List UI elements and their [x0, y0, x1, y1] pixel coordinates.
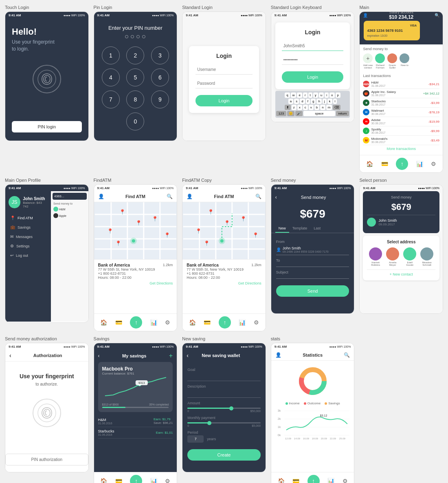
trans-adobe[interactable]: Ai Adobe30.08.2017 -$19,99 [363, 117, 439, 126]
pin-login-button[interactable]: PIN login [12, 121, 82, 132]
key-d[interactable]: d [300, 99, 305, 104]
desc-input[interactable] [187, 390, 261, 398]
password-kb-input[interactable] [282, 55, 344, 65]
menu-find-atm[interactable]: 📍 Find ATM [9, 213, 48, 223]
nav-chart-atm-c[interactable]: 📊 [239, 316, 246, 329]
login-kb-button[interactable]: Login [282, 71, 344, 83]
key-w[interactable]: w [291, 93, 296, 98]
key-i[interactable]: i [325, 93, 329, 98]
key-shift[interactable]: ⬆ [285, 105, 291, 110]
pin-btn-7[interactable]: 7 [102, 90, 120, 108]
nav-card-stats[interactable]: 💳 [292, 475, 299, 483]
nav-home[interactable]: 🏠 [366, 158, 373, 170]
nav-settings-atm[interactable]: ⚙ [165, 316, 170, 329]
nav-home-sav[interactable]: 🏠 [100, 475, 107, 483]
pin-btn-1[interactable]: 1 [102, 46, 120, 64]
nav-send-atm-c[interactable]: ↑ [219, 316, 231, 329]
key-n[interactable]: n [320, 105, 325, 110]
send-button[interactable]: Send [276, 285, 349, 297]
person-edell[interactable]: EdellGoulet [403, 247, 416, 266]
key-m[interactable]: m [326, 105, 332, 110]
trans-spotify[interactable]: ♪ Spotify30.08.2017 -$9,99 [363, 126, 439, 136]
key-123[interactable]: 123 [276, 111, 286, 116]
key-mic[interactable]: 🎤 [295, 111, 303, 116]
key-j[interactable]: j [323, 99, 327, 104]
period-input[interactable] [187, 435, 204, 443]
profile-icon[interactable]: 👤 [363, 13, 368, 18]
nav-chart-stats[interactable]: 📊 [327, 475, 334, 483]
trans-apple[interactable]: 🍎 Apple Inc. Salary31.08.2017 +$4 342,12 [363, 89, 439, 98]
pin-btn-5[interactable]: 5 [126, 68, 144, 86]
trans-mcdonalds[interactable]: M Mcdonald's30.08.2017 -$3,49 [363, 136, 439, 145]
pin-btn-4[interactable]: 4 [102, 68, 120, 86]
findatm-copy-search-icon[interactable]: 🔍 [255, 194, 261, 199]
new-contact-button[interactable]: + New contact [367, 269, 435, 276]
goal-input[interactable] [187, 373, 261, 381]
fingerprint-icon[interactable] [33, 65, 61, 93]
savings-add-button[interactable]: + [169, 352, 173, 359]
nav-settings-sav[interactable]: ⚙ [165, 475, 170, 483]
nav-send-atm[interactable]: ↑ [130, 316, 142, 329]
key-x[interactable]: x [297, 105, 302, 110]
key-r[interactable]: r [303, 93, 307, 98]
key-h[interactable]: h [316, 99, 321, 104]
key-emoji[interactable]: 😊 [287, 111, 294, 116]
key-a[interactable]: a [288, 99, 293, 104]
menu-messages[interactable]: ✉ Messages [9, 232, 48, 241]
get-directions-copy-link[interactable]: Get Directions [187, 281, 261, 285]
send-tab-last[interactable]: Last [310, 225, 324, 233]
auth-fingerprint-icon[interactable] [33, 399, 61, 427]
auth-pin-button[interactable]: PIN authorization [5, 454, 88, 465]
key-del[interactable]: ⌫ [333, 105, 340, 110]
findatm-search-icon[interactable]: 🔍 [167, 194, 173, 199]
stats-search-icon[interactable]: 🔍 [344, 352, 350, 358]
monthly-slider-thumb[interactable] [207, 421, 211, 425]
key-space[interactable]: space [303, 111, 335, 116]
nav-card[interactable]: 💳 [381, 158, 388, 170]
get-directions-link[interactable]: Get Directions [98, 281, 173, 285]
username-input[interactable] [195, 65, 253, 75]
savings-item-starbucks[interactable]: Starbucks 31.06.2016 Earn: $1,01 [98, 427, 173, 439]
nav-card-atm[interactable]: 💳 [115, 316, 122, 329]
key-g[interactable]: g [311, 99, 316, 104]
username-kb-input[interactable] [282, 41, 344, 51]
nav-home-atm[interactable]: 🏠 [100, 316, 107, 329]
savings-back-button[interactable]: ‹ [98, 353, 100, 359]
pin-btn-3[interactable]: 3 [151, 46, 169, 64]
send-tab-template[interactable]: Template [289, 225, 311, 233]
pin-btn-2[interactable]: 2 [126, 46, 144, 64]
contact-add[interactable]: + Add newcontact [363, 53, 373, 69]
send-back-button[interactable]: ‹ [275, 194, 277, 200]
login-button[interactable]: Login [195, 95, 253, 106]
pin-btn-0[interactable]: 0 [126, 112, 144, 130]
key-y[interactable]: y [313, 93, 318, 98]
savings-item-hm[interactable]: H&M 31.06.2016 Earn: $1,79 Save: $96,21 [98, 415, 173, 427]
contact-new[interactable]: New to [400, 53, 409, 69]
trans-starbucks[interactable]: ★ Starbucks31.08.2017 -$3,99 [363, 98, 439, 108]
nav-card-sav[interactable]: 💳 [115, 475, 122, 483]
pin-btn-9[interactable]: 9 [151, 90, 169, 108]
key-z[interactable]: z [292, 105, 296, 110]
menu-logout[interactable]: ↩ Log out [9, 251, 48, 260]
new-saving-back-button[interactable]: ‹ [187, 352, 189, 359]
key-l[interactable]: l [333, 99, 337, 104]
amount-slider-thumb[interactable] [229, 406, 233, 410]
nav-send-stats[interactable]: ↑ [307, 475, 320, 483]
person-harriett[interactable]: HarriettRobbins [369, 247, 382, 266]
key-k[interactable]: k [327, 99, 332, 104]
key-return[interactable]: return [336, 111, 349, 116]
nav-home-stats[interactable]: 🏠 [278, 475, 285, 483]
contact-richard[interactable]: RichardForman [375, 53, 385, 69]
nav-settings[interactable]: ⚙ [431, 158, 436, 170]
menu-savings[interactable]: 💼 Savings [9, 223, 48, 232]
key-v[interactable]: v [309, 105, 314, 110]
trans-wallmart[interactable]: W Wallmart30.08.2017 -$78,19 [363, 108, 439, 117]
menu-settings[interactable]: ⚙ Settings [9, 241, 48, 251]
key-c[interactable]: c [303, 105, 308, 110]
person-amelia[interactable]: AmeliaMeyer [386, 247, 399, 266]
nav-send[interactable]: ↑ [396, 158, 408, 170]
trans-hm[interactable]: H&M H&M31.08.2017 -$34,21 [363, 79, 439, 89]
more-transactions-link[interactable]: More transactions [363, 145, 439, 152]
key-s[interactable]: s [294, 99, 299, 104]
search-icon[interactable]: 🔍 [435, 13, 439, 18]
